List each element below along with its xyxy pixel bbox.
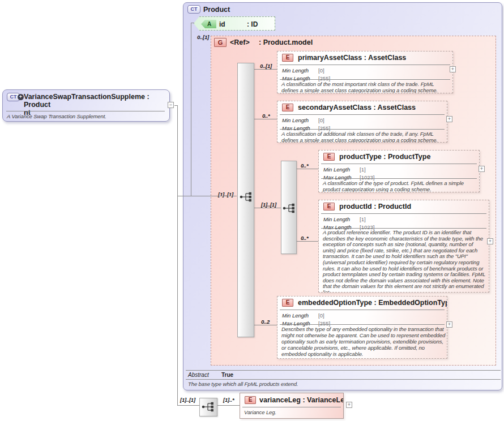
divider	[321, 164, 477, 164]
min-length-value: [0]	[318, 117, 324, 123]
cardinality-producttype: 0..*	[301, 162, 308, 169]
complextype-icon: CT	[187, 5, 200, 15]
element-name: embeddedOptionType : EmbeddedOptionType	[298, 299, 447, 307]
connector-line	[191, 23, 191, 196]
expand-button[interactable]: +	[450, 66, 456, 72]
element-varianceleg[interactable]: E varianceLeg : VarianceLeg Variance Leg…	[240, 393, 344, 419]
element-description: A classification of the type of product.…	[323, 180, 478, 192]
connector-line	[254, 119, 277, 119]
group-name: <Ref>	[230, 38, 250, 46]
complextype-box-product[interactable]: CT Product A id : ID 0..[1] G <Ref> : Pr…	[183, 2, 502, 390]
divider	[280, 129, 445, 130]
connector-line	[177, 105, 178, 406]
element-type-text: : ProductType	[383, 153, 430, 161]
element-description: Variance Leg.	[244, 409, 340, 415]
divider	[186, 370, 501, 371]
min-length-label: Min Length	[282, 312, 318, 319]
min-length-value: [1]	[360, 216, 366, 222]
inner-sequence-cardinality: [1]..[1]	[261, 201, 276, 208]
expand-button[interactable]: +	[479, 166, 485, 172]
expand-button[interactable]: +	[487, 238, 493, 244]
element-name-text: primaryAssetClass	[298, 54, 362, 62]
element-name: productType : ProductType	[339, 153, 430, 161]
element-name: secondaryAssetClass : AssetClass	[298, 104, 416, 111]
element-producttype[interactable]: E productType : ProductType Min Length[1…	[318, 150, 480, 192]
element-embeddedoptiontype[interactable]: E embeddedOptionType : EmbeddedOptionTyp…	[277, 296, 447, 359]
element-productid[interactable]: E productId : ProductId Min Length[1] Ma…	[318, 200, 489, 293]
element-secondaryassetclass[interactable]: E secondaryAssetClass : AssetClass Min L…	[277, 101, 447, 143]
complextype-box-varianceswaptransactionsupplement[interactable]: CT+ VarianceSwapTransactionSuppleme : Pr…	[2, 89, 170, 122]
cardinality-embeddedoptiontype: 0..2	[261, 319, 270, 325]
max-length-value: [255]	[318, 75, 330, 81]
product-title: Product	[203, 6, 230, 14]
sequence-icon	[282, 203, 297, 214]
connector-line	[177, 196, 237, 196]
divider	[321, 178, 477, 179]
expand-button[interactable]: +	[446, 321, 452, 328]
attribute-icon: A	[201, 20, 216, 28]
varianceleg-sequence-cardinality: [1]..[1]	[180, 397, 195, 403]
connector-line	[254, 325, 277, 325]
expand-button[interactable]: +	[346, 402, 352, 408]
attribute-id[interactable]: A id : ID	[194, 16, 275, 31]
connector-line	[191, 23, 194, 23]
element-description: A classification of the most important r…	[281, 81, 451, 93]
element-type-text: : ProductId	[374, 203, 411, 211]
element-type-text: : AssetClass	[364, 54, 407, 62]
element-icon: E	[282, 299, 293, 307]
element-icon: E	[282, 104, 293, 111]
group-product-model[interactable]: G <Ref> : Product.model [1]..[1] 0..[1] …	[211, 36, 496, 366]
element-name: productId : ProductId	[339, 203, 411, 211]
collapse-button[interactable]: −	[168, 102, 174, 108]
element-name-text: productId	[339, 203, 372, 211]
element-description: A product reference identifier. The prod…	[323, 230, 487, 293]
divider	[321, 228, 486, 229]
max-length-value: [255]	[318, 320, 330, 327]
connector-line	[217, 405, 240, 406]
element-name-text: varianceLeg	[259, 396, 301, 404]
element-name: varianceLeg : VarianceLeg	[259, 396, 344, 404]
group-icon: G	[214, 38, 227, 47]
cardinality-primaryassetclass: 0..[1]	[260, 63, 272, 69]
element-type-text: : EmbeddedOptionType	[374, 299, 447, 307]
element-type-text: : AssetClass	[373, 104, 416, 111]
connector-line	[254, 208, 281, 208]
element-name-text: embeddedOptionType	[298, 299, 372, 307]
outer-sequence-cardinality: [1]..[1]	[218, 191, 233, 197]
max-length-value: [1023]	[360, 174, 374, 181]
group-type: : Product.model	[259, 38, 313, 46]
group-cardinality: 0..[1]	[197, 34, 209, 40]
max-length-value: [255]	[318, 125, 330, 131]
element-icon: E	[245, 396, 256, 404]
plus-circle-icon: +	[18, 94, 24, 100]
varianceleg-cardinality: [1]..*	[223, 397, 234, 403]
divider	[6, 111, 165, 111]
element-description: Describes the type of any embedded optio…	[281, 326, 446, 357]
attribute-type: : ID	[247, 20, 258, 28]
min-length-value: [0]	[318, 312, 324, 319]
connector-line	[177, 405, 200, 406]
divider	[280, 324, 445, 325]
left-box-description: A Variance Swap Transaction Supplement.	[7, 113, 166, 119]
element-primaryassetclass[interactable]: E primaryAssetClass : AssetClass Min Len…	[277, 51, 453, 93]
divider	[280, 79, 450, 80]
element-icon: E	[323, 203, 335, 211]
divider	[280, 114, 445, 115]
divider	[186, 379, 501, 380]
product-footer-description: The base type which all FpML products ex…	[188, 381, 497, 387]
expand-button[interactable]: +	[446, 116, 452, 122]
min-length-label: Min Length	[282, 67, 318, 74]
divider	[280, 65, 450, 65]
abstract-value: True	[221, 372, 233, 378]
complextype-derived-icon: CT+	[7, 93, 24, 103]
element-name-text: productType	[339, 153, 382, 161]
attribute-name: id	[219, 20, 225, 28]
min-length-label: Min Length	[282, 117, 318, 124]
min-length-value: [1]	[360, 166, 366, 173]
connector-line	[254, 69, 277, 70]
connector-line	[296, 169, 318, 169]
cardinality-secondaryassetclass: 0..*	[262, 113, 270, 119]
cardinality-productid: 0..*	[301, 235, 308, 241]
element-description: A classification of additional risk clas…	[281, 131, 446, 143]
left-box-title-line1: VarianceSwapTransactionSuppleme : Produc…	[24, 93, 150, 109]
